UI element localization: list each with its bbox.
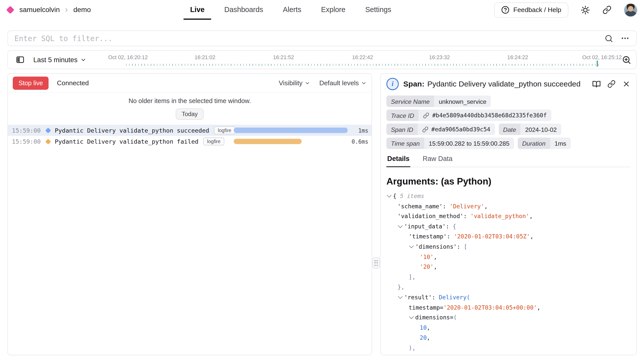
code-token: , — [529, 213, 533, 219]
log-row[interactable]: 15:59:00Pydantic Delivery validate_pytho… — [8, 125, 372, 136]
code-token: Delivery( — [439, 294, 470, 300]
default-levels-label: Default levels — [319, 79, 359, 87]
breadcrumb-project[interactable]: demo — [73, 6, 91, 14]
tree-line: 20, — [386, 333, 630, 343]
link-icon — [602, 5, 611, 14]
breadcrumb-org[interactable]: samuelcolvin — [19, 6, 60, 14]
collapse-arrow-icon[interactable] — [397, 294, 404, 299]
collapse-arrow-icon[interactable] — [397, 223, 404, 228]
arguments-heading: Arguments: (as Python) — [386, 176, 630, 187]
copy-span-link-button[interactable] — [607, 80, 616, 88]
panel-resize-handle[interactable] — [372, 257, 380, 268]
span-title-text: Pydantic Delivery validate_python succee… — [427, 79, 580, 88]
empty-window-notice: No older items in the selected time wind… — [8, 97, 372, 105]
code-token: : — [457, 243, 464, 250]
code-token: , — [434, 263, 437, 270]
collapse-arrow-icon[interactable] — [409, 315, 415, 320]
stop-live-button[interactable]: Stop live — [13, 76, 49, 90]
timeline[interactable]: Oct 02, 16:20:1216:21:0216:21:5216:22:42… — [8, 51, 636, 69]
time-range-label: Last 5 minutes — [33, 56, 77, 64]
tree-line: ], — [386, 272, 630, 282]
tab-explore[interactable]: Explore — [314, 0, 352, 20]
code-token: 'validation_method' — [397, 213, 463, 219]
tree-line: '20', — [386, 262, 630, 272]
attribute-row: Span ID#eda9065a0bd39c54Date2024-10-02 — [386, 124, 630, 135]
arguments-tree: { 5 items'schema_name': 'Delivery','vali… — [386, 191, 630, 355]
tree-line: ), — [386, 353, 630, 355]
attr-value: 2024-10-02 — [521, 124, 561, 135]
attr-value-text: 1ms — [555, 140, 566, 147]
attr-value-text: 2024-10-02 — [525, 126, 557, 133]
tab-raw-data[interactable]: Raw Data — [422, 155, 453, 167]
day-divider-pill[interactable]: Today — [176, 108, 204, 120]
tab-settings[interactable]: Settings — [359, 0, 398, 20]
chevron-down-icon — [304, 80, 310, 86]
log-row[interactable]: 15:59:00Pydantic Delivery validate_pytho… — [8, 136, 372, 147]
sidebar-panel-icon — [16, 55, 25, 64]
collapse-arrow-icon[interactable] — [386, 193, 393, 198]
duration-bar — [234, 139, 302, 144]
code-token: 'validate_python' — [470, 213, 529, 219]
attr-service-name: Service Nameunknown_service — [386, 96, 491, 107]
default-levels-dropdown[interactable]: Default levels — [319, 79, 367, 87]
attr-label: Duration — [518, 137, 550, 149]
code-token: : — [443, 203, 450, 209]
attr-span-id: Span ID#eda9065a0bd39c54 — [386, 124, 495, 135]
attr-value: #eda9065a0bd39c54 — [418, 124, 495, 135]
tree-line: ), — [386, 343, 630, 353]
logfire-logo-icon[interactable] — [6, 6, 15, 14]
tree-line: 'input_data': { — [386, 221, 630, 231]
collapse-arrow-icon[interactable] — [409, 244, 415, 249]
sidebar-toggle-button[interactable] — [13, 53, 28, 67]
attr-value: #b4e5809a440dbb3458e68d2335fe360f — [419, 110, 551, 121]
level-diamond-icon — [45, 127, 51, 133]
code-token: [ — [464, 243, 467, 250]
attribute-row: Service Nameunknown_service — [386, 96, 630, 107]
tree-line: '10', — [386, 252, 630, 262]
close-icon — [622, 80, 630, 88]
attr-label: Trace ID — [386, 110, 419, 121]
code-token: , — [537, 304, 541, 311]
sql-filter-input[interactable] — [14, 34, 597, 42]
code-token: '2020-01-02T03:04:05+00:00' — [443, 304, 537, 311]
code-token: 5 items — [396, 193, 424, 199]
theme-toggle-button[interactable] — [581, 5, 590, 15]
ellipsis-icon[interactable] — [620, 34, 629, 43]
attr-value: 15:59:00.282 to 15:59:00.285 — [424, 137, 514, 149]
avatar[interactable] — [624, 3, 637, 17]
search-icon[interactable] — [604, 34, 613, 42]
code-token: : — [463, 213, 470, 219]
zoom-in-icon — [622, 55, 631, 64]
log-timestamp: 15:59:00 — [12, 138, 42, 145]
close-panel-button[interactable] — [622, 80, 630, 88]
log-message: Pydantic Delivery validate_python failed — [55, 138, 198, 145]
span-detail-panel: i Span: Pydantic Delivery validate_pytho… — [380, 73, 636, 355]
tab-alerts[interactable]: Alerts — [276, 0, 308, 20]
attr-value-text: unknown_service — [439, 98, 486, 105]
code-token: 'timestamp' — [409, 233, 447, 240]
tab-details[interactable]: Details — [386, 155, 410, 167]
logfire-tag[interactable]: logfire — [203, 137, 224, 145]
tab-live[interactable]: Live — [183, 0, 211, 20]
tab-dashboards[interactable]: Dashboards — [218, 0, 270, 20]
feedback-help-button[interactable]: Feedback / Help — [494, 2, 568, 18]
app: samuelcolvin demo LiveDashboardsAlertsEx… — [0, 0, 644, 362]
view-raw-button[interactable] — [592, 80, 601, 88]
live-view-controls: Visibility Default levels — [279, 79, 367, 87]
code-token: '2020-01-02T03:04:05Z' — [454, 233, 530, 240]
link-icon — [422, 126, 428, 132]
feedback-help-label: Feedback / Help — [513, 6, 561, 14]
link-icon — [423, 112, 430, 118]
timeline-tick-label: 16:21:52 — [273, 54, 294, 61]
book-open-icon — [592, 80, 601, 88]
logfire-tag[interactable]: logfire — [214, 126, 235, 134]
sun-icon — [581, 5, 590, 15]
time-range-selector[interactable]: Last 5 minutes — [33, 56, 86, 64]
sql-filter-bar — [8, 31, 637, 46]
question-circle-icon — [501, 6, 510, 14]
chevron-down-icon — [361, 80, 367, 86]
code-token: '10' — [420, 253, 434, 260]
visibility-dropdown[interactable]: Visibility — [279, 79, 310, 87]
timeline-zoom-button[interactable] — [622, 55, 631, 64]
copy-link-button[interactable] — [602, 5, 611, 14]
